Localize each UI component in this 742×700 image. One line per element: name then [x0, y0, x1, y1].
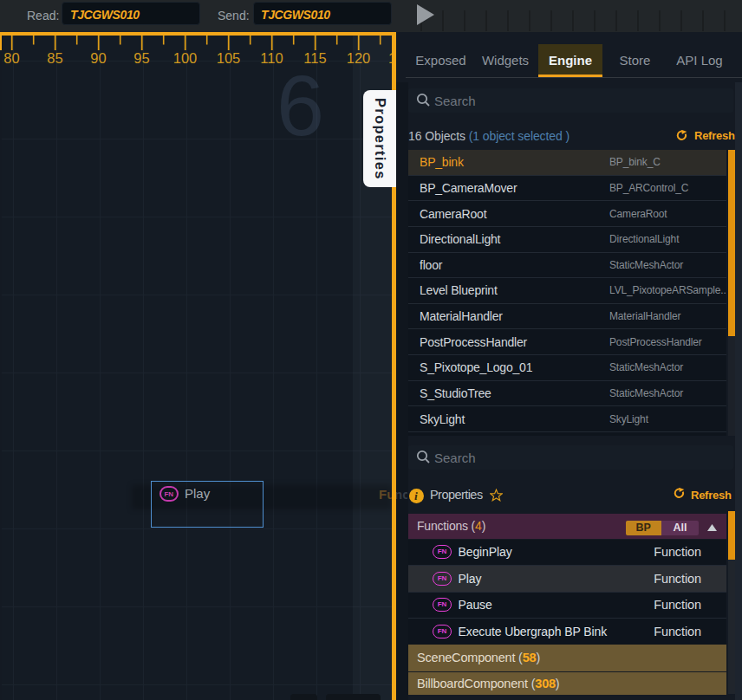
svg-text:105: 105 — [217, 50, 241, 66]
svg-text:90: 90 — [90, 50, 106, 66]
svg-text:95: 95 — [133, 50, 149, 66]
svg-text:80: 80 — [3, 50, 19, 66]
svg-text:100: 100 — [173, 50, 198, 66]
svg-text:85: 85 — [47, 50, 62, 66]
